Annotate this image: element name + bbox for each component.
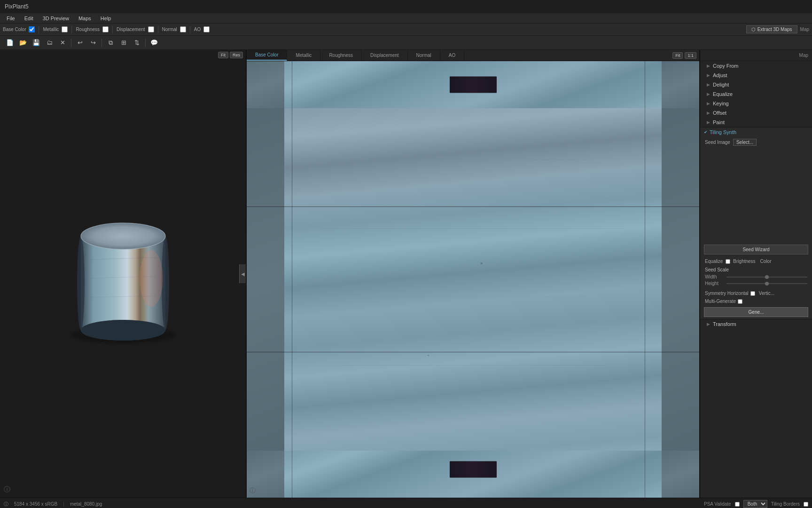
transform-arrow: ▶ — [707, 322, 710, 326]
transform-button[interactable]: ⇅ — [131, 37, 143, 48]
keying-label: Keying — [713, 101, 729, 106]
offset-label: Offset — [713, 110, 726, 116]
texture-ratio-button[interactable]: 1:1 — [685, 52, 696, 59]
tiling-synth-header[interactable]: ✔ Tiling Synth — [700, 127, 812, 137]
right-panel: Map ▶ Copy From ▶ Adjust ▶ Delight ▶ Equ… — [699, 50, 812, 498]
comment-button[interactable]: 💬 — [148, 37, 160, 48]
info-icon-status: ⓘ — [4, 501, 8, 508]
ao-checkbox[interactable] — [203, 26, 210, 32]
viewport-collapse-handle[interactable]: ◀ — [239, 264, 246, 283]
copy-button[interactable]: ⧉ — [104, 37, 117, 48]
delight-section[interactable]: ▶ Delight — [700, 80, 812, 89]
cylinder-render-area — [0, 50, 246, 498]
map-tabs: Base Color Metallic Roughness Displaceme… — [247, 50, 699, 61]
open-button[interactable]: 📂 — [17, 37, 29, 48]
roughness-checkbox[interactable] — [102, 26, 109, 32]
menu-help[interactable]: Help — [97, 15, 115, 22]
both-select[interactable]: Both — [743, 500, 767, 508]
equalize-section[interactable]: ▶ Equalize — [700, 89, 812, 99]
displacement-label-tb: Displacement — [117, 27, 145, 32]
tab-roughness[interactable]: Roughness — [320, 50, 362, 61]
transform-section[interactable]: ▶ Transform — [700, 319, 812, 329]
height-slider[interactable] — [726, 283, 807, 284]
status-sep-1: | — [63, 501, 64, 507]
right-panel-top: Map — [700, 50, 812, 61]
app-title: PixPlant5 — [5, 3, 29, 10]
ao-label-tb: AO — [194, 27, 201, 32]
undo-button[interactable]: ↩ — [74, 37, 86, 48]
base-color-checkbox[interactable] — [29, 26, 35, 32]
tab-base-color[interactable]: Base Color — [247, 50, 287, 61]
keying-section[interactable]: ▶ Keying — [700, 99, 812, 108]
paint-section[interactable]: ▶ Paint — [700, 118, 812, 127]
viewport-info-icon: ⓘ — [4, 485, 10, 494]
texture-fit-button[interactable]: Fit — [672, 52, 683, 59]
metallic-checkbox[interactable] — [62, 26, 68, 32]
delight-arrow: ▶ — [707, 82, 710, 87]
texture-tile-ml — [247, 108, 284, 451]
extract-3d-maps-button[interactable]: ⬡ Extract 3D Maps — [746, 25, 797, 33]
keying-arrow: ▶ — [707, 101, 710, 106]
texture-viewport[interactable]: ⓘ — [247, 61, 699, 498]
seed-image-spacer — [700, 148, 812, 242]
menu-3dpreview[interactable]: 3D Preview — [39, 15, 73, 22]
tab-normal[interactable]: Normal — [408, 50, 440, 61]
texture-info-icon: ⓘ — [250, 486, 256, 495]
tiling-borders-checkbox[interactable] — [804, 502, 808, 507]
seed-image-label: Seed Image — [705, 140, 730, 145]
tab-metallic[interactable]: Metallic — [287, 50, 320, 61]
main-layout: Fit Res — [0, 50, 812, 498]
extract-icon: ⬡ — [751, 27, 756, 32]
normal-checkbox[interactable] — [180, 26, 186, 32]
psa-validate-checkbox[interactable] — [735, 502, 740, 507]
adjust-arrow: ▶ — [707, 73, 710, 78]
width-slider[interactable] — [726, 277, 807, 278]
texture-panel: Base Color Metallic Roughness Displaceme… — [247, 50, 699, 498]
toolbar-separator-2 — [102, 39, 102, 47]
tiling-borders-label: Tiling Borders — [771, 501, 800, 507]
menu-maps[interactable]: Maps — [75, 15, 95, 22]
height-row: Height — [705, 281, 807, 286]
save-as-button[interactable]: 🗂 — [43, 37, 55, 48]
displacement-checkbox[interactable] — [148, 26, 154, 32]
generate-button[interactable]: Gene... — [704, 307, 808, 317]
copy-from-label: Copy From — [713, 63, 738, 69]
texture-grid — [247, 61, 699, 498]
texture-tile-br — [662, 451, 699, 498]
toolbar-separator-1 — [71, 39, 71, 47]
paint-label: Paint — [713, 119, 725, 125]
menu-edit[interactable]: Edit — [21, 15, 37, 22]
image-dimensions: 5184 x 3456 x sRGB — [14, 501, 57, 507]
adjust-section[interactable]: ▶ Adjust — [700, 71, 812, 80]
adjust-label: Adjust — [713, 72, 727, 78]
seed-wizard-button[interactable]: Seed Wizard — [704, 245, 808, 254]
tiling-synth-section: ✔ Tiling Synth Seed Image Select... Seed… — [700, 127, 812, 319]
save-button[interactable]: 💾 — [30, 37, 42, 48]
seed-scale-label: Seed Scale — [705, 267, 807, 272]
toolbar-separator-3 — [145, 39, 146, 47]
height-label: Height — [705, 281, 724, 286]
roughness-label: Roughness — [76, 27, 100, 32]
tab-displacement[interactable]: Displacement — [362, 50, 408, 61]
cylinder-svg — [48, 198, 198, 349]
equalize-brightness-checkbox[interactable] — [726, 259, 730, 264]
tab-ao[interactable]: AO — [440, 50, 464, 61]
close-button[interactable]: ✕ — [56, 37, 69, 48]
paint-arrow: ▶ — [707, 120, 710, 125]
brightness-label: Brightness — [733, 259, 755, 264]
new-button[interactable]: 📄 — [4, 37, 16, 48]
tiling-synth-check: ✔ — [704, 130, 708, 135]
seed-image-select-button[interactable]: Select... — [733, 139, 757, 146]
texture-tile-tc — [284, 61, 662, 108]
title-bar: PixPlant5 — [0, 0, 812, 13]
paste-button[interactable]: ⊞ — [117, 37, 130, 48]
offset-section[interactable]: ▶ Offset — [700, 108, 812, 118]
extract-label: Extract 3D Maps — [757, 27, 792, 32]
symmetry-horizontal-checkbox[interactable] — [750, 291, 755, 296]
redo-button[interactable]: ↪ — [87, 37, 99, 48]
width-label: Width — [705, 274, 724, 279]
copy-from-section[interactable]: ▶ Copy From — [700, 61, 812, 71]
menu-file[interactable]: File — [3, 15, 19, 22]
multi-generate-checkbox[interactable] — [738, 299, 742, 304]
texture-tile-bc — [284, 451, 662, 498]
